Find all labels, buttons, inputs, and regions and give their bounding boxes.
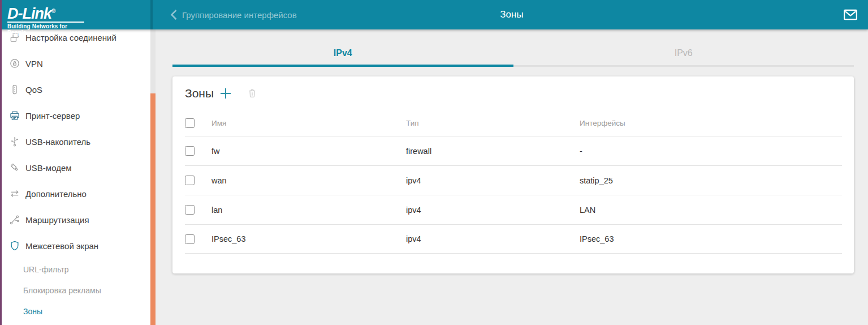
- select-all-checkbox[interactable]: [185, 118, 195, 128]
- top-header: D-Link® Building Networks for People Гру…: [0, 0, 868, 29]
- column-header-interfaces: Интерфейсы: [580, 119, 842, 127]
- mail-icon: [843, 8, 858, 22]
- logo-text: D-Link: [7, 5, 51, 22]
- cell-interfaces: -: [580, 147, 842, 156]
- sidebar-item-label: Дополнительно: [25, 189, 87, 199]
- add-zone-button[interactable]: [219, 87, 232, 100]
- card-header: Зоны: [172, 76, 854, 110]
- sidebar-item-label: USB-накопитель: [25, 137, 90, 147]
- cell-interfaces: statip_25: [580, 176, 842, 185]
- cell-type: firewall: [406, 147, 580, 156]
- zones-card: Зоны: [172, 76, 854, 273]
- sidebar-item-qos[interactable]: QoS: [0, 76, 150, 102]
- tab-ipv4[interactable]: IPv4: [172, 43, 513, 67]
- plus-icon: [219, 87, 232, 100]
- row-checkbox[interactable]: [185, 205, 195, 215]
- card-title: Зоны: [185, 87, 214, 100]
- tab-label: IPv4: [334, 48, 352, 58]
- sidebar-subitem-label: Зоны: [23, 307, 42, 316]
- sidebar-item-label: Маршрутизация: [25, 215, 89, 225]
- header-divider: [150, 0, 153, 29]
- zones-table: Имя Тип Интерфейсы fw firewall - wan ipv…: [185, 110, 842, 254]
- mail-button[interactable]: [843, 8, 858, 22]
- table-row[interactable]: fw firewall -: [185, 136, 842, 165]
- row-checkbox[interactable]: [185, 176, 195, 185]
- table-row[interactable]: wan ipv4 statip_25: [185, 165, 842, 195]
- swap-arrows-icon: [9, 188, 20, 199]
- vpn-lock-icon: [9, 58, 20, 69]
- sidebar-item-usb-storage[interactable]: USB-накопитель: [0, 129, 150, 155]
- sidebar-subitem-ad-blocking[interactable]: Блокировка рекламы: [0, 280, 150, 301]
- sidebar-item-label: USB-модем: [25, 163, 72, 173]
- tab-ipv6[interactable]: IPv6: [513, 43, 854, 67]
- cell-type: ipv4: [406, 206, 580, 215]
- dlink-logo: D-Link® Building Networks for People: [0, 0, 150, 29]
- usb-icon: [9, 136, 20, 147]
- logo-tagline: Building Networks for People: [7, 22, 84, 36]
- page-title: Зоны: [156, 0, 868, 29]
- table-row[interactable]: IPsec_63 ipv4 IPsec_63: [185, 224, 842, 254]
- row-checkbox[interactable]: [185, 146, 195, 156]
- cell-type: ipv4: [406, 176, 580, 185]
- window-left-edge: [0, 0, 2, 325]
- table-header-row: Имя Тип Интерфейсы: [185, 110, 842, 136]
- sidebar-item-vpn[interactable]: VPN: [0, 50, 150, 76]
- table-row[interactable]: lan ipv4 LAN: [185, 195, 842, 224]
- cell-name: fw: [211, 147, 406, 156]
- tab-label: IPv6: [675, 48, 693, 58]
- main-header: Группирование интерфейсов Зоны: [156, 0, 868, 29]
- main-content: IPv4 IPv6 Зоны: [156, 29, 868, 325]
- sidebar-item-label: Межсетевой экран: [25, 241, 98, 251]
- route-nodes-icon: [9, 214, 20, 225]
- sidebar-item-label: QoS: [25, 85, 42, 95]
- sidebar-item-print-server[interactable]: Принт-сервер: [0, 102, 150, 129]
- cell-interfaces: IPsec_63: [580, 234, 842, 243]
- row-checkbox[interactable]: [185, 234, 195, 244]
- sidebar: Настройка соединений VPN: [0, 29, 150, 325]
- sidebar-subitem-label: URL-фильтр: [23, 265, 69, 274]
- registered-mark: ®: [51, 8, 55, 14]
- sidebar-subitem-label: Блокировка рекламы: [23, 286, 101, 295]
- sidebar-scrollbar-track[interactable]: [150, 29, 156, 325]
- cell-name: wan: [211, 176, 406, 185]
- sidebar-item-label: Принт-сервер: [25, 111, 80, 121]
- app-window: D-Link® Building Networks for People Гру…: [0, 0, 868, 325]
- sidebar-item-advanced[interactable]: Дополнительно: [0, 181, 150, 207]
- shield-icon: [9, 240, 20, 251]
- sidebar-menu: Настройка соединений VPN: [0, 29, 150, 322]
- cell-name: IPsec_63: [211, 234, 406, 243]
- sidebar-item-label: VPN: [25, 59, 43, 69]
- printer-icon: [9, 110, 20, 121]
- sidebar-subitem-zones[interactable]: Зоны: [0, 301, 150, 322]
- sidebar-item-routing[interactable]: Маршрутизация: [0, 207, 150, 233]
- logo-wordmark: D-Link®: [7, 3, 150, 22]
- sidebar-scrollbar-thumb[interactable]: [150, 93, 156, 325]
- delete-zones-button[interactable]: [247, 88, 257, 99]
- sidebar-subitem-url-filter[interactable]: URL-фильтр: [0, 259, 150, 280]
- sidebar-item-usb-modem[interactable]: USB-модем: [0, 155, 150, 181]
- column-header-type: Тип: [406, 119, 580, 127]
- trash-icon: [247, 88, 257, 99]
- usb-modem-icon: [9, 162, 20, 173]
- cell-type: ipv4: [406, 234, 580, 243]
- tab-bar: IPv4 IPv6: [172, 43, 854, 67]
- cell-interfaces: LAN: [580, 206, 842, 215]
- sidebar-item-firewall[interactable]: Межсетевой экран: [0, 233, 150, 259]
- cell-name: lan: [211, 206, 406, 215]
- column-header-name: Имя: [211, 119, 406, 127]
- qos-icon: [9, 84, 20, 95]
